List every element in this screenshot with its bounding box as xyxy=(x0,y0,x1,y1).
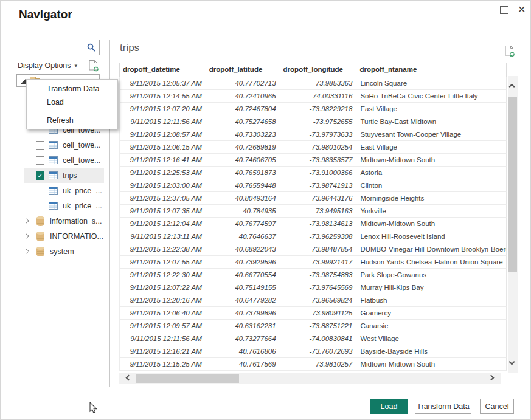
column-header: dropoff_latitude xyxy=(206,63,280,77)
table-cell: -73.97973633 xyxy=(280,128,357,141)
table-cell: 9/11/2015 12:07:35 AM xyxy=(120,205,206,218)
chevron-right-icon[interactable] xyxy=(25,233,30,239)
table-icon xyxy=(49,202,58,210)
table-cell: -73.98229218 xyxy=(280,103,357,115)
tree-item-label: cell_towe... xyxy=(63,141,101,150)
chevron-down-icon: ▾ xyxy=(75,63,78,69)
close-icon[interactable]: ✕ xyxy=(518,3,526,16)
tree-item-database[interactable]: INFORMATIO... xyxy=(16,229,104,244)
database-icon xyxy=(36,247,44,256)
checkbox[interactable] xyxy=(36,141,44,150)
mouse-cursor xyxy=(89,402,98,415)
tree-item-table[interactable]: cell_towe... xyxy=(16,153,104,168)
context-menu-item[interactable]: Load xyxy=(27,95,117,109)
scroll-up-icon[interactable] xyxy=(509,84,515,90)
table-cell: 40.76559448 xyxy=(206,179,280,192)
table-icon xyxy=(49,171,58,179)
checkbox[interactable] xyxy=(36,187,44,195)
cancel-button[interactable]: Cancel xyxy=(480,399,514,414)
table-cell: 40.64779282 xyxy=(206,294,280,307)
table-cell: -73.9752655 xyxy=(280,115,357,128)
table-row: 9/11/2015 12:14:55 AM40.72410965-74.0033… xyxy=(119,90,507,103)
context-menu-item[interactable]: Refresh xyxy=(27,114,117,127)
checkbox[interactable]: ✓ xyxy=(36,171,44,180)
refresh-preview-icon[interactable] xyxy=(504,45,516,58)
context-menu-separator xyxy=(27,111,117,111)
tree-item-table[interactable]: ✓ trips xyxy=(24,168,104,183)
table-cell: SoHo-TriBeCa-Civic Center-Little Italy xyxy=(356,90,507,103)
navigator-dialog: Navigator ✕ Display Options▾ xyxy=(0,0,531,420)
table-row: 9/11/2015 12:09:57 AM40.63162231-73.8875… xyxy=(119,320,507,332)
maximize-icon[interactable] xyxy=(500,6,508,14)
tree-item-label: INFORMATIO... xyxy=(50,232,103,241)
table-cell: 40.72467804 xyxy=(206,103,280,115)
horizontal-scrollbar[interactable] xyxy=(119,373,501,384)
table-row: 9/11/2015 12:03:00 AM40.76559448-73.9874… xyxy=(119,179,507,192)
expand-collapse-icon[interactable] xyxy=(20,78,26,84)
table-row: 9/11/2015 12:13:11 AM40.7646637-73.96259… xyxy=(119,230,507,243)
table-cell: -73.98091125 xyxy=(280,307,357,320)
table-cell: Hudson Yards-Chelsea-Flatiron-Union Squa… xyxy=(356,256,507,269)
chevron-right-icon[interactable] xyxy=(25,218,30,224)
database-icon xyxy=(36,232,44,241)
table-icon xyxy=(49,141,58,149)
search-box[interactable] xyxy=(18,40,100,55)
table-cell: 9/11/2015 12:25:53 AM xyxy=(120,167,206,179)
table-cell: 40.73277664 xyxy=(206,332,280,345)
table-cell: 9/11/2015 12:11:56 AM xyxy=(120,115,206,128)
table-cell: 9/11/2015 12:07:22 AM xyxy=(120,281,206,294)
tree-item-table[interactable]: cell_towe... xyxy=(16,137,104,153)
table-cell: Gramercy xyxy=(356,307,507,320)
table-row: 9/11/2015 12:08:57 AM40.73303223-73.9797… xyxy=(119,128,507,141)
display-options-dropdown[interactable]: Display Options▾ xyxy=(18,61,77,70)
table-row: 9/11/2015 12:07:20 AM40.72467804-73.9822… xyxy=(119,103,507,115)
table-cell: DUMBO-Vinegar Hill-Downtown Brooklyn-Boe… xyxy=(356,243,507,256)
tree-item-database[interactable]: information_s... xyxy=(16,213,104,229)
checkbox[interactable] xyxy=(36,202,44,210)
table-cell: East Village xyxy=(356,141,507,154)
chevron-right-icon[interactable] xyxy=(25,248,30,255)
table-cell: 40.68922043 xyxy=(206,243,280,256)
tree-item-label: uk_price_... xyxy=(63,187,102,195)
table-cell: -74.00830841 xyxy=(280,332,357,345)
table-cell: 9/11/2015 12:03:00 AM xyxy=(120,179,206,192)
scroll-right-icon[interactable] xyxy=(488,375,495,381)
table-header-row: dropoff_datetimedropoff_latitudedropoff_… xyxy=(119,63,507,77)
table-cell: 9/11/2015 12:14:55 AM xyxy=(120,90,206,103)
table-row: 9/11/2015 12:22:30 AM40.66770554-73.9875… xyxy=(119,269,507,281)
table-cell: 9/11/2015 12:06:15 AM xyxy=(120,141,206,154)
load-button[interactable]: Load xyxy=(370,399,408,414)
table-cell: 40.80493164 xyxy=(206,192,280,205)
table-cell: -73.98754883 xyxy=(280,269,357,281)
table-cell: 9/11/2015 12:06:40 AM xyxy=(120,307,206,320)
tree-item-database[interactable]: system xyxy=(16,244,104,259)
table-cell: 40.7646637 xyxy=(206,230,280,243)
context-menu: Transform DataLoadRefresh xyxy=(26,79,118,129)
context-menu-item[interactable]: Transform Data xyxy=(27,82,117,95)
tree-item-label: trips xyxy=(63,171,77,180)
table-cell: Midtown-Midtown South xyxy=(356,218,507,230)
table-cell: -73.98010254 xyxy=(280,141,357,154)
table-cell: 40.73929596 xyxy=(206,256,280,269)
table-cell: Lenox Hill-Roosevelt Island xyxy=(356,230,507,243)
search-input[interactable] xyxy=(21,41,85,53)
table-row: 9/11/2015 12:05:37 AM40.77702713-73.9853… xyxy=(119,77,507,90)
table-row: 9/11/2015 12:07:55 AM40.73929596-73.9992… xyxy=(119,256,507,269)
table-cell: East Village xyxy=(356,103,507,115)
vertical-scrollbar[interactable] xyxy=(508,76,518,373)
scroll-down-icon[interactable] xyxy=(509,359,515,365)
transform-data-button[interactable]: Transform Data xyxy=(415,399,471,414)
tree-item-table[interactable]: uk_price_... xyxy=(16,198,104,213)
horizontal-scrollbar-thumb[interactable] xyxy=(136,374,239,383)
column-header: dropoff_ntaname xyxy=(356,63,507,77)
table-cell: -73.99921417 xyxy=(280,256,357,269)
table-cell: 40.7616806 xyxy=(206,345,280,358)
scroll-left-icon[interactable] xyxy=(126,375,132,381)
checkbox[interactable] xyxy=(36,156,44,165)
refresh-schema-icon[interactable] xyxy=(88,60,100,72)
table-cell: Midtown-Midtown South xyxy=(356,154,507,167)
tree-item-table[interactable]: uk_price_... xyxy=(16,183,104,198)
table-row: 9/11/2015 12:25:53 AM40.76591873-73.9100… xyxy=(119,167,507,179)
vertical-scrollbar-thumb[interactable] xyxy=(508,97,517,272)
table-cell: -74.00331116 xyxy=(280,90,357,103)
